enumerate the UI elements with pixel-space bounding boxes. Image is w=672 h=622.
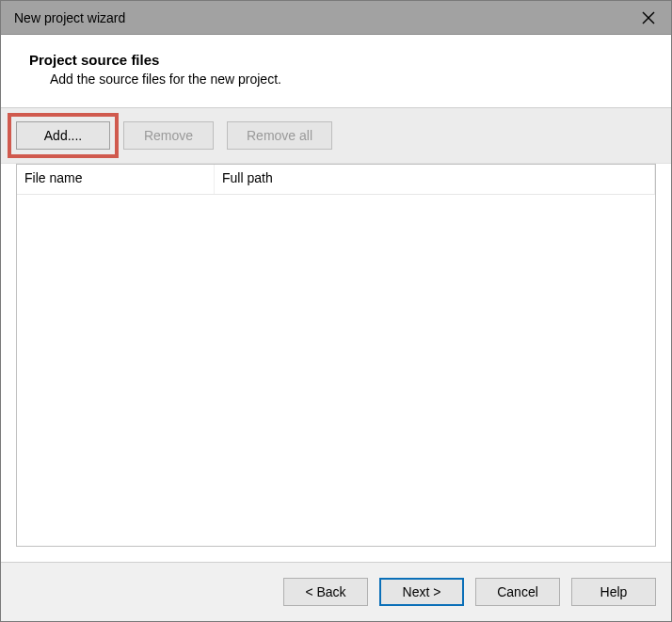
page-title: Project source files bbox=[29, 52, 648, 68]
wizard-header: Project source files Add the source file… bbox=[1, 35, 671, 108]
next-button[interactable]: Next > bbox=[379, 578, 464, 606]
close-icon bbox=[642, 11, 655, 24]
remove-button[interactable]: Remove bbox=[123, 121, 214, 150]
file-table: File name Full path bbox=[16, 164, 656, 547]
close-button[interactable] bbox=[626, 1, 671, 35]
help-button[interactable]: Help bbox=[571, 578, 656, 606]
table-header: File name Full path bbox=[17, 165, 655, 195]
table-body bbox=[17, 195, 655, 546]
column-header-fullpath[interactable]: Full path bbox=[215, 165, 655, 194]
back-button[interactable]: < Back bbox=[283, 578, 368, 606]
add-button-highlight: Add.... bbox=[11, 117, 115, 154]
toolbar: Add.... Remove Remove all bbox=[1, 108, 671, 164]
wizard-footer: < Back Next > Cancel Help bbox=[1, 563, 671, 621]
wizard-window: New project wizard Project source files … bbox=[0, 0, 672, 622]
remove-all-button[interactable]: Remove all bbox=[227, 121, 332, 150]
page-subtitle: Add the source files for the new project… bbox=[29, 72, 648, 87]
window-title: New project wizard bbox=[14, 10, 125, 25]
add-button[interactable]: Add.... bbox=[16, 121, 110, 150]
cancel-button[interactable]: Cancel bbox=[475, 578, 560, 606]
titlebar: New project wizard bbox=[1, 1, 671, 35]
column-header-filename[interactable]: File name bbox=[17, 165, 215, 194]
